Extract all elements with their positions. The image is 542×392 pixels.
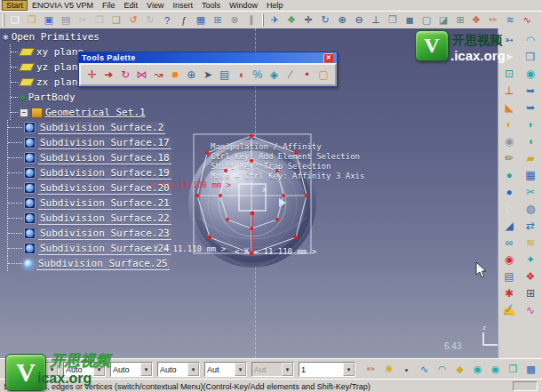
combo-box[interactable]: Auto ▾ xyxy=(157,362,200,377)
graphic-properties-icon[interactable]: ❖ xyxy=(468,13,484,28)
sketch-icon[interactable]: ✏ xyxy=(500,150,518,165)
wireframe-view-icon[interactable]: ▢ xyxy=(418,13,434,28)
lock-icon[interactable]: ⊗ xyxy=(227,13,243,28)
combo-box[interactable]: Aut ▾ xyxy=(204,362,247,377)
tree-item-subdivision-surface[interactable]: Subdivision Surface.24 xyxy=(8,241,171,256)
menu-item[interactable]: Help xyxy=(262,1,288,10)
line-icon[interactable]: ∕ xyxy=(284,68,297,82)
arc-icon[interactable]: ◠ xyxy=(434,363,450,377)
combo-box[interactable]: Auto ▾ xyxy=(110,362,153,377)
stripes-icon[interactable]: ≋ xyxy=(522,235,539,250)
camera-icon[interactable]: ❒ xyxy=(506,363,521,377)
combo-box[interactable]: 1 ▾ xyxy=(299,362,355,377)
small-sphere-icon[interactable]: ● xyxy=(500,167,518,182)
faces-stack-icon[interactable]: ▤ xyxy=(219,68,231,82)
normal-view-icon[interactable]: ⊥ xyxy=(368,13,384,28)
dimension-label-x[interactable]: < X = 11.110 mm > xyxy=(235,247,316,256)
spline-icon[interactable]: ∿ xyxy=(417,363,432,377)
split-view-icon[interactable]: ∥ xyxy=(243,13,259,28)
yellow-surface-icon[interactable]: ▰ xyxy=(522,150,539,165)
whats-this-icon[interactable]: ? xyxy=(159,13,175,28)
cut-icon[interactable]: ✂ xyxy=(75,13,91,28)
tree-item-partbody[interactable]: ✲ PartBody xyxy=(11,90,171,105)
formula-icon[interactable]: ƒ xyxy=(176,13,192,28)
menu-item[interactable]: Tools xyxy=(197,1,225,10)
rose-icon[interactable]: ◍ xyxy=(522,201,539,216)
surface-arrow-icon[interactable]: ➥ xyxy=(522,83,539,98)
rotation-icon[interactable]: ↻ xyxy=(119,68,132,82)
menu-item[interactable]: View xyxy=(142,1,168,10)
sphere-pair-icon[interactable]: ◉ xyxy=(522,66,539,81)
tree-item-subdivision-surface[interactable]: Subdivision Surface.17 xyxy=(8,135,171,150)
tree-item-subdivision-surface[interactable]: Subdivision Surface.23 xyxy=(8,226,171,241)
shaded-view-icon[interactable]: ◼ xyxy=(402,13,418,28)
zoom-area-icon[interactable]: ⊕ xyxy=(186,68,198,82)
mesh-diamond-icon[interactable]: ◈ xyxy=(268,68,281,82)
symmetry-icon[interactable]: ⋈ xyxy=(136,68,148,82)
chevron-down-icon[interactable]: ▾ xyxy=(187,363,199,376)
sphere-tool-icon[interactable]: ● xyxy=(500,184,518,199)
redo-icon[interactable]: ↻ xyxy=(142,13,158,28)
dashed-circle-icon[interactable]: ◌ xyxy=(500,201,518,216)
hand-draw-icon[interactable]: ✍ xyxy=(500,302,518,317)
open-folder-icon[interactable]: ❒ xyxy=(24,13,40,28)
zoom-in-icon[interactable]: ⊕ xyxy=(334,13,350,28)
modulation-icon[interactable]: % xyxy=(251,68,264,82)
menu-item[interactable]: ENOVIA V5 VPM xyxy=(28,1,98,10)
sphere-point-icon[interactable]: ◉ xyxy=(500,133,518,148)
box-3d-icon[interactable]: ❒ xyxy=(522,49,539,64)
design-table-icon[interactable]: ▦ xyxy=(193,13,209,28)
point-icon[interactable]: • xyxy=(301,68,314,82)
tools-palette-titlebar[interactable]: Tools Palette ✕ xyxy=(79,52,337,63)
fly-mode-icon[interactable]: ✈ xyxy=(267,13,283,28)
pan-icon[interactable]: ✛ xyxy=(300,13,316,28)
striped-sphere-icon[interactable]: ◐ xyxy=(500,116,518,132)
close-icon[interactable]: ✕ xyxy=(323,53,334,63)
checker-icon[interactable]: ▩ xyxy=(523,363,538,377)
dot-sphere-icon[interactable]: ◉ xyxy=(500,252,518,267)
save-icon[interactable]: ▣ xyxy=(41,13,57,28)
net-flower-icon[interactable]: ❖ xyxy=(522,268,539,284)
patch-icon[interactable]: ◆ xyxy=(452,363,467,377)
dome-icon[interactable]: ◖ xyxy=(235,68,247,82)
paste-icon[interactable]: ❑ xyxy=(108,13,124,28)
wire-cube-icon[interactable]: ▢ xyxy=(317,68,330,82)
tree-item-subdivision-surface[interactable]: Subdivision Surface.21 xyxy=(8,196,171,211)
tree-item-subdivision-surface[interactable]: Subdivision Surface.19 xyxy=(8,165,171,180)
multi-view-icon[interactable]: ⊞ xyxy=(452,13,468,28)
menu-item[interactable]: Insert xyxy=(168,1,197,10)
brush-icon[interactable]: ✏ xyxy=(485,13,501,28)
menu-start[interactable]: Start xyxy=(2,0,28,11)
tree-item-subdivision-surface[interactable]: Subdivision Surface.2 xyxy=(8,120,171,135)
rotate-icon[interactable]: ↻ xyxy=(317,13,333,28)
chevron-down-icon[interactable]: ▾ xyxy=(93,363,105,376)
dome-surface-icon[interactable]: ◠ xyxy=(522,32,539,47)
chevron-down-icon[interactable]: ▾ xyxy=(140,363,152,376)
menu-item[interactable]: Window xyxy=(225,1,262,10)
chevron-down-icon[interactable]: ▾ xyxy=(282,363,293,376)
combo-box[interactable]: ▾ xyxy=(27,362,59,377)
erase-icon[interactable]: ✱ xyxy=(500,285,518,300)
combo-box[interactable]: Auto ▾ xyxy=(63,362,106,377)
tree-item-active-surface[interactable]: Subdivision Surface.25 xyxy=(8,256,171,271)
fan-icon[interactable]: ◢ xyxy=(500,218,518,233)
tree-root[interactable]: ✱ Open Primitives xyxy=(3,29,171,44)
menu-item[interactable]: File xyxy=(98,1,120,10)
undo-icon[interactable]: ↺ xyxy=(125,13,141,28)
iso-view-icon[interactable]: ❒ xyxy=(385,13,401,28)
knowledge-icon[interactable]: ⊞ xyxy=(210,13,226,28)
cone-icon[interactable]: ◣ xyxy=(500,100,518,115)
stack-icon[interactable]: ▤ xyxy=(500,268,518,284)
shell2-icon[interactable]: ◖ xyxy=(522,133,539,148)
toolbar-grip[interactable] xyxy=(3,14,4,27)
menu-item[interactable]: Edit xyxy=(120,1,143,10)
3d-viewport[interactable]: Manipulation / AffinityCtrl Key: Add Ele… xyxy=(0,28,542,358)
layers-icon[interactable]: ≋ xyxy=(502,13,518,28)
translation-icon[interactable]: ➜ xyxy=(103,68,116,82)
paint-brush-icon[interactable]: ✏ xyxy=(363,363,379,377)
swap-arrows-icon[interactable]: ⇄ xyxy=(522,218,539,233)
chevron-down-icon[interactable]: ▾ xyxy=(343,363,355,376)
sun-icon[interactable]: ✺ xyxy=(381,363,396,377)
toolbar-grip[interactable] xyxy=(262,14,264,27)
new-document-icon[interactable]: ❏ xyxy=(7,13,23,28)
